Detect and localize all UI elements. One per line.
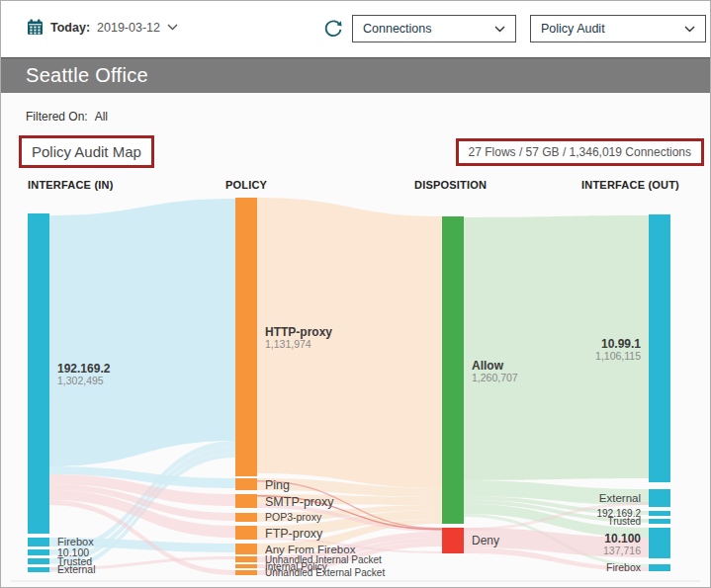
sankey-node-out-external[interactable] bbox=[649, 489, 670, 507]
sankey-node-in-firebox[interactable] bbox=[28, 538, 49, 546]
node-value-disp-allow: 1,260,707 bbox=[472, 372, 518, 383]
flow-in-192-to-pol-http bbox=[49, 199, 235, 466]
sankey-node-pol-smtp[interactable] bbox=[235, 494, 257, 508]
node-label-out-10100: 10.100 bbox=[604, 532, 641, 546]
sankey-node-out-192[interactable] bbox=[649, 511, 670, 516]
view-dropdown-value: Connections bbox=[363, 22, 432, 36]
node-label-disp-deny: Deny bbox=[472, 534, 499, 547]
report-dropdown-value: Policy Audit bbox=[541, 22, 605, 36]
report-content: Filtered On:All Policy Audit Map 27 Flow… bbox=[1, 93, 710, 587]
chevron-down-icon bbox=[167, 24, 178, 31]
node-label-out-1099: 10.99.1 bbox=[601, 337, 641, 351]
sankey-node-in-10100[interactable] bbox=[28, 549, 49, 555]
node-value-pol-http: 1,131,974 bbox=[265, 338, 311, 350]
node-label-out-external: External bbox=[599, 492, 641, 504]
sankey-node-pol-uep[interactable] bbox=[235, 570, 257, 575]
node-value-in-192: 1,302,495 bbox=[57, 375, 104, 386]
view-dropdown[interactable]: Connections bbox=[352, 15, 516, 42]
sankey-node-pol-ipol[interactable] bbox=[235, 564, 257, 568]
refresh-icon bbox=[322, 18, 344, 40]
refresh-button[interactable] bbox=[320, 16, 346, 42]
node-label-pol-ping: Ping bbox=[265, 478, 290, 492]
sankey-node-pol-http[interactable] bbox=[235, 198, 257, 476]
sankey-node-pol-pop3[interactable] bbox=[235, 513, 257, 522]
calendar-icon bbox=[27, 19, 44, 36]
sankey-node-pol-anyff[interactable] bbox=[235, 544, 257, 554]
sankey-node-pol-uip[interactable] bbox=[235, 556, 257, 562]
sankey-node-disp-allow[interactable] bbox=[442, 216, 464, 524]
sankey-node-in-trusted[interactable] bbox=[28, 558, 49, 564]
node-value-out-10100: 137,716 bbox=[603, 545, 641, 556]
sankey-node-out-firebox[interactable] bbox=[649, 564, 670, 571]
node-label-pol-ftp: FTP-proxy bbox=[265, 527, 323, 541]
sankey-node-in-external[interactable] bbox=[28, 567, 49, 572]
sankey-node-out-1099[interactable] bbox=[649, 214, 670, 482]
date-picker[interactable]: Today: 2019-03-12 bbox=[27, 19, 178, 36]
node-label-out-trusted: Trusted bbox=[607, 516, 641, 527]
sankey-node-pol-ping[interactable] bbox=[235, 478, 257, 490]
node-label-pol-uep: Unhandled External Packet bbox=[265, 567, 385, 578]
device-title-bar: Seattle Office bbox=[1, 57, 710, 93]
node-label-disp-allow: Allow bbox=[472, 359, 504, 373]
node-label-in-192: 192.169.2 bbox=[57, 362, 111, 376]
chevron-down-icon bbox=[494, 26, 505, 33]
app-window: Today: 2019-03-12 Connections Policy Aud… bbox=[0, 0, 711, 588]
sankey-node-in-192[interactable] bbox=[28, 213, 49, 534]
chevron-down-icon bbox=[684, 26, 695, 33]
node-label-pol-http: HTTP-proxy bbox=[265, 325, 332, 339]
node-label-pol-pop3: POP3-proxy bbox=[265, 511, 322, 523]
device-name: Seattle Office bbox=[26, 64, 148, 86]
node-label-in-external: External bbox=[57, 563, 96, 575]
policy-audit-sankey: 192.169.21,302,495Firebox10.100TrustedEx… bbox=[1, 93, 710, 587]
sankey-node-out-10100[interactable] bbox=[649, 528, 670, 558]
sankey-node-out-trusted[interactable] bbox=[649, 519, 670, 524]
sankey-node-pol-ftp[interactable] bbox=[235, 526, 257, 540]
node-value-out-1099: 1,106,115 bbox=[595, 350, 641, 362]
sankey-node-disp-deny[interactable] bbox=[442, 528, 464, 553]
top-toolbar: Today: 2019-03-12 Connections Policy Aud… bbox=[1, 1, 710, 57]
node-label-pol-smtp: SMTP-proxy bbox=[265, 495, 334, 509]
report-dropdown[interactable]: Policy Audit bbox=[530, 15, 706, 42]
today-label: Today: bbox=[50, 21, 90, 35]
node-label-out-firebox: Firebox bbox=[606, 561, 642, 573]
selected-date: 2019-03-12 bbox=[97, 21, 160, 35]
